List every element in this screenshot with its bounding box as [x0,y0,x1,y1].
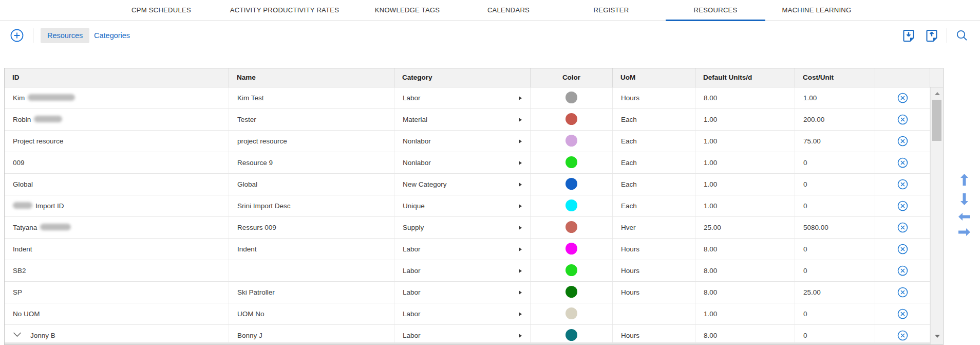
tab-cpm-schedules[interactable]: CPM SCHEDULES [117,0,205,21]
cell-uom[interactable]: Each [613,195,695,216]
scroll-down-icon[interactable] [935,335,940,338]
cell-color[interactable] [531,325,613,345]
cell-uom[interactable]: Hours [613,325,695,345]
cell-default-units[interactable]: 8.00 [695,239,795,260]
delete-icon[interactable] [897,244,908,255]
cell-name[interactable]: Tester [229,109,394,130]
cell-name[interactable]: project resource [229,131,394,152]
cell-id[interactable]: Global [5,174,229,195]
cell-name[interactable] [229,260,394,281]
cell-cost-unit[interactable]: 0 [795,239,875,260]
delete-icon[interactable] [897,287,908,298]
tab-activity-productivity-rates[interactable]: ACTIVITY PRODUCTIVITY RATES [225,0,344,21]
cell-uom[interactable]: Each [613,131,695,152]
cell-uom[interactable]: Hours [613,239,695,260]
delete-icon[interactable] [897,136,908,147]
cell-category[interactable]: Material [394,109,531,130]
delete-icon[interactable] [897,308,908,319]
cell-color[interactable] [531,260,613,281]
move-right-arrow-icon[interactable] [958,228,970,236]
cell-category[interactable]: Labor [394,239,531,260]
cell-default-units[interactable]: 1.00 [695,195,795,216]
cell-color[interactable] [531,303,613,324]
cell-default-units[interactable]: 25.00 [695,217,795,238]
cell-default-units[interactable]: 1.00 [695,131,795,152]
cell-name[interactable]: UOM No [229,303,394,324]
header-id[interactable]: ID [5,68,229,87]
search-icon[interactable] [956,29,968,42]
cell-name[interactable]: Global [229,174,394,195]
cell-category[interactable]: Supply [394,217,531,238]
color-swatch[interactable] [566,113,577,125]
color-swatch[interactable] [566,243,577,255]
color-swatch[interactable] [566,221,577,233]
cell-default-units[interactable]: 8.00 [695,260,795,281]
category-expand-icon[interactable] [519,226,522,230]
color-swatch[interactable] [566,286,577,298]
cell-cost-unit[interactable]: 0 [795,152,875,173]
export-file-icon[interactable] [926,29,938,43]
cell-name[interactable]: Indent [229,239,394,260]
cell-category[interactable]: New Category [394,174,531,195]
header-category[interactable]: Category [394,68,531,87]
cell-default-units[interactable]: 1.00 [695,152,795,173]
cell-name[interactable]: Kim Test [229,87,394,108]
cell-id[interactable]: Jonny B [5,325,229,345]
cell-id[interactable]: Indent [5,239,229,260]
category-expand-icon[interactable] [519,183,522,187]
category-expand-icon[interactable] [519,334,522,338]
cell-uom[interactable]: Each [613,109,695,130]
cell-cost-unit[interactable]: 1.00 [795,87,875,108]
cell-color[interactable] [531,195,613,216]
cell-default-units[interactable]: 8.00 [695,87,795,108]
tab-calendars[interactable]: CALENDARS [479,0,538,21]
header-default-units[interactable]: Default Units/d [695,68,795,87]
cell-category[interactable]: Labor [394,87,531,108]
tab-resources[interactable]: RESOURCES [666,0,765,21]
cell-uom[interactable]: Hours [613,282,695,303]
delete-icon[interactable] [897,114,908,125]
color-swatch[interactable] [566,329,577,341]
cell-id[interactable]: Kim [5,87,229,108]
cell-default-units[interactable]: 1.00 [695,174,795,195]
cell-category[interactable]: Unique [394,195,531,216]
vertical-scrollbar[interactable] [930,87,943,345]
cell-uom[interactable] [613,303,695,324]
cell-cost-unit[interactable]: 25.00 [795,282,875,303]
tab-knowledge-tags[interactable]: KNOWLEDGE TAGS [371,0,444,21]
cell-default-units[interactable]: 1.00 [695,303,795,324]
cell-cost-unit[interactable]: 0 [795,260,875,281]
cell-default-units[interactable]: 8.00 [695,282,795,303]
cell-color[interactable] [531,109,613,130]
delete-icon[interactable] [897,201,908,211]
cell-uom[interactable]: Hours [613,87,695,108]
cell-name[interactable]: Resource 9 [229,152,394,173]
cell-cost-unit[interactable]: 0 [795,195,875,216]
add-resource-button[interactable] [10,29,24,42]
cell-id[interactable]: SP [5,282,229,303]
category-expand-icon[interactable] [519,247,522,251]
cell-id[interactable]: 009 [5,152,229,173]
cell-category[interactable]: Labor [394,260,531,281]
cell-cost-unit[interactable]: 200.00 [795,109,875,130]
chevron-down-icon[interactable] [13,332,22,337]
category-expand-icon[interactable] [519,269,522,273]
tab-register[interactable]: REGISTER [582,0,640,21]
header-color[interactable]: Color [531,68,613,87]
cell-cost-unit[interactable]: 75.00 [795,131,875,152]
delete-icon[interactable] [897,222,908,233]
cell-uom[interactable]: Hver [613,217,695,238]
cell-cost-unit[interactable]: 0 [795,325,875,345]
cell-cost-unit[interactable]: 5080.00 [795,217,875,238]
cell-name[interactable]: Bonny J [229,325,394,345]
category-expand-icon[interactable] [519,290,522,295]
tab-machine-learning[interactable]: MACHINE LEARNING [769,0,864,21]
cell-id[interactable]: No UOM [5,303,229,324]
header-name[interactable]: Name [229,68,394,87]
delete-icon[interactable] [897,265,908,276]
view-switch-categories[interactable]: Categories [87,28,137,43]
color-swatch[interactable] [566,264,577,276]
cell-color[interactable] [531,217,613,238]
color-swatch[interactable] [566,156,577,168]
cell-id[interactable]: Import ID [5,195,229,216]
